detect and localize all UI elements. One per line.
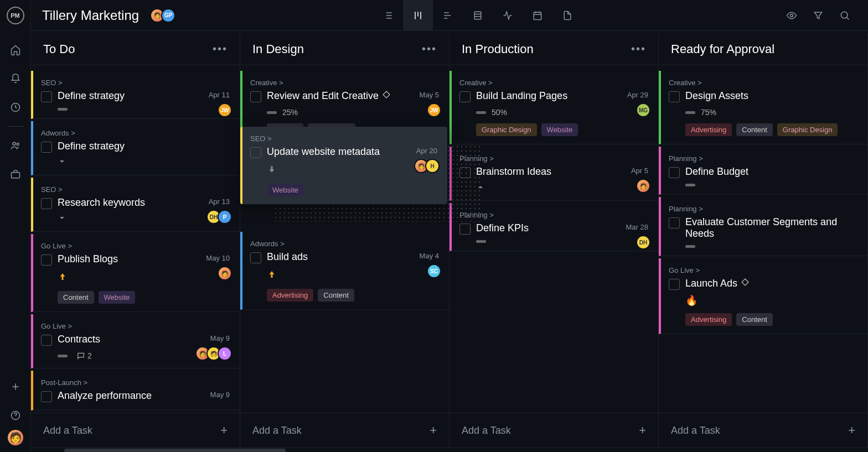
task-checkbox[interactable] [459,224,471,235]
files-view-icon[interactable] [552,0,582,31]
add-icon[interactable] [4,376,27,398]
card-category[interactable]: Planning > [669,154,857,163]
card-category[interactable]: Planning > [669,205,857,213]
board-column: To Do ••• SEO > Define strategy Apr 11JW… [31,33,240,448]
task-checkbox[interactable] [669,167,680,178]
task-checkbox[interactable] [41,391,52,402]
avatar[interactable]: JW [427,103,441,117]
task-card[interactable]: Post-Launch > Analyze performance May 9 [31,371,240,411]
card-category[interactable]: Planning > [459,154,648,163]
help-icon[interactable] [4,404,27,427]
due-date: Apr 11 [209,91,230,99]
assignees[interactable]: 🧑🧑L [195,346,232,361]
card-category[interactable]: Creative > [669,79,857,87]
assignees[interactable]: DH [636,235,650,250]
calendar-view-icon[interactable] [523,0,552,31]
home-icon[interactable] [4,39,27,61]
sheet-view-icon[interactable] [463,0,493,31]
task-card[interactable]: SEO > Research keywords Apr 13DHP [31,178,240,232]
task-checkbox[interactable] [250,91,261,102]
recent-icon[interactable] [4,96,27,118]
card-category[interactable]: Go Live > [669,266,857,274]
task-checkbox[interactable] [41,335,52,346]
card-category[interactable]: Adwords > [250,240,439,248]
dragging-card[interactable]: SEO > Update website metadata Apr 20 🧑 H… [240,127,447,204]
column-menu-icon[interactable]: ••• [213,43,228,55]
avatar[interactable]: L [218,346,232,361]
task-card[interactable]: Go Live > Publish Blogs May 10🧑ContentWe… [31,234,240,312]
project-members[interactable]: 🧑 GP [150,8,175,23]
assignees[interactable]: MG [636,103,650,117]
avatar[interactable]: JW [218,103,232,117]
assignees[interactable]: 🧑 H [414,159,440,173]
card-category[interactable]: SEO > [41,79,230,87]
comments-icon[interactable]: 2 [76,351,92,360]
due-date: Apr 29 [627,91,648,99]
task-checkbox[interactable] [41,198,52,209]
avatar[interactable]: P [218,210,232,224]
add-task-button[interactable]: Add a Task + [240,413,449,448]
task-checkbox[interactable] [250,147,261,158]
task-card[interactable]: Creative > Design Assets 75%AdvertisingC… [659,71,867,144]
card-category[interactable]: Creative > [459,79,648,87]
notifications-icon[interactable] [4,67,27,90]
card-category[interactable]: Post-Launch > [41,378,230,387]
card-category[interactable]: Creative > [250,79,439,87]
avatar[interactable]: H [425,159,440,173]
assignees[interactable]: SC [427,264,441,278]
filter-icon[interactable] [806,0,830,31]
avatar[interactable]: SC [427,264,441,278]
gantt-view-icon[interactable] [433,0,463,31]
briefcase-icon[interactable] [4,163,27,185]
task-checkbox[interactable] [669,91,680,102]
task-card[interactable]: Adwords > Define strategy [31,121,240,175]
card-category[interactable]: Go Live > [41,322,230,330]
task-checkbox[interactable] [41,142,52,153]
card-category[interactable]: Go Live > [41,242,230,250]
avatar[interactable]: 🧑 [218,266,232,280]
avatar[interactable]: GP [161,8,175,23]
column-menu-icon[interactable]: ••• [631,43,646,55]
task-card[interactable]: Creative > Build Landing Pages Apr 29MG5… [450,71,658,144]
assignees[interactable]: JW [427,103,441,117]
task-checkbox[interactable] [669,217,680,228]
card-category[interactable]: Planning > [459,211,648,219]
board-view-icon[interactable] [403,0,433,31]
add-task-button[interactable]: Add a Task + [31,413,240,448]
task-checkbox[interactable] [41,254,52,266]
watch-icon[interactable] [779,0,804,31]
team-icon[interactable] [4,134,27,157]
task-checkbox[interactable] [459,91,471,102]
task-card[interactable]: Go Live > Contracts May 9🧑🧑L2 [31,314,240,368]
assignees[interactable]: 🧑 [636,179,650,193]
task-card[interactable]: SEO > Define strategy Apr 11JW [31,71,240,119]
horizontal-scrollbar[interactable] [31,448,868,452]
task-card[interactable]: Go Live > Launch Ads 🔥AdvertisingContent [659,258,867,334]
task-card[interactable]: Planning > Evaluate Customer Segments an… [659,197,867,256]
card-category[interactable]: SEO > [41,185,230,194]
plus-icon: + [220,423,228,438]
task-checkbox[interactable] [250,252,261,263]
task-card[interactable]: Adwords > Build ads May 4SCAdvertisingCo… [240,232,449,310]
assignees[interactable]: JW [218,103,232,117]
current-user-avatar[interactable]: 🧑 [8,430,23,445]
add-task-button[interactable]: Add a Task + [450,413,658,448]
card-category[interactable]: Adwords > [41,129,230,137]
avatar[interactable]: 🧑 [636,179,650,193]
tag: Website [267,184,304,196]
priority-high-icon [58,271,68,281]
add-task-button[interactable]: Add a Task + [659,413,867,448]
app-logo[interactable]: PM [7,7,24,24]
task-checkbox[interactable] [669,279,680,290]
list-view-icon[interactable] [373,0,403,31]
avatar[interactable]: DH [636,235,650,250]
avatar[interactable]: MG [636,103,650,117]
column-menu-icon[interactable]: ••• [422,43,437,55]
column-title: In Production [462,42,534,56]
search-icon[interactable] [833,0,857,31]
task-checkbox[interactable] [41,91,52,102]
task-card[interactable]: Planning > Define Budget [659,147,867,195]
assignees[interactable]: DHP [206,210,232,224]
activity-view-icon[interactable] [493,0,523,31]
assignees[interactable]: 🧑 [218,266,232,280]
